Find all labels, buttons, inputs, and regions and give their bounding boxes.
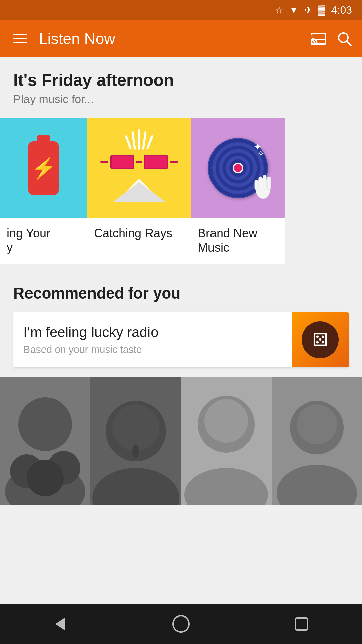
artist-image-1 [0, 377, 90, 505]
svg-point-22 [132, 444, 139, 458]
card-label-3: Brand New Music [191, 218, 285, 264]
svg-marker-31 [55, 617, 65, 631]
playlist-card-1[interactable]: ⚡ ing Youry [0, 118, 87, 264]
svg-rect-8 [259, 177, 262, 190]
home-icon [171, 614, 191, 634]
recommended-section: Recommended for you I'm feeling lucky ra… [0, 284, 362, 505]
card-image-2 [87, 118, 191, 218]
greeting-subheading: Play music for... [13, 93, 349, 106]
svg-rect-10 [267, 177, 271, 190]
status-bar: ☆ ▼ ✈ ▓ 4:03 [0, 0, 362, 20]
card-label-2: Catching Rays [87, 218, 191, 250]
menu-button[interactable] [10, 31, 31, 47]
lightning-icon: ⚡ [31, 156, 56, 180]
artist-card-3[interactable] [181, 377, 272, 505]
card-text-1: ing Youry [7, 226, 50, 254]
svg-rect-11 [255, 180, 258, 190]
cast-button[interactable] [311, 32, 326, 45]
artist-card-1[interactable] [0, 377, 90, 505]
artist-image-3 [181, 377, 272, 505]
playlist-row: ⚡ ing Youry [0, 118, 362, 264]
svg-point-21 [112, 404, 159, 451]
vinyl-container: ✦ ✧ [208, 138, 268, 198]
recents-button[interactable] [292, 614, 312, 634]
search-button[interactable] [337, 31, 352, 46]
vinyl-center [234, 164, 242, 172]
lucky-radio-card[interactable]: I'm feeling lucky radio Based on your mu… [13, 312, 349, 367]
svg-point-13 [18, 397, 72, 451]
status-icons: ☆ ▼ ✈ ▓ 4:03 [275, 4, 352, 16]
back-button[interactable] [50, 614, 70, 634]
status-time: 4:03 [331, 4, 352, 16]
artist-card-2[interactable] [90, 377, 181, 505]
main-content: It's Friday afternoon Play music for... … [0, 57, 362, 505]
section-heading: It's Friday afternoon Play music for... [0, 70, 362, 106]
playlist-card-2[interactable]: Catching Rays [87, 118, 191, 264]
wifi-icon: ▼ [289, 5, 299, 15]
battery-can: ⚡ [28, 141, 59, 195]
nav-bar [0, 604, 362, 644]
svg-point-1 [311, 42, 313, 45]
svg-rect-9 [263, 175, 266, 189]
artist-image-4 [272, 377, 362, 505]
artist-grid [0, 377, 362, 505]
svg-point-32 [173, 616, 189, 632]
card-label-1: ing Youry [0, 218, 87, 264]
hand-svg [251, 170, 275, 200]
menu-line [13, 42, 27, 43]
card-image-inner-3: ✦ ✧ [191, 118, 285, 218]
sparkle-icon-2: ✧ [257, 148, 265, 159]
cast-icon [311, 32, 326, 45]
home-button[interactable] [171, 614, 191, 634]
svg-point-26 [204, 399, 248, 443]
hand-icon [251, 170, 275, 202]
back-icon [50, 614, 70, 634]
app-bar-actions [311, 31, 352, 46]
card-image-inner-1: ⚡ [0, 118, 87, 218]
card-image-3: ✦ ✧ [191, 118, 285, 218]
menu-line [13, 38, 27, 39]
sunglasses-icon [100, 155, 178, 169]
svg-line-3 [347, 41, 351, 46]
dice-circle: ⚄ [302, 321, 339, 358]
recommended-title: Recommended for you [0, 284, 362, 302]
svg-point-17 [27, 460, 64, 496]
star-icon: ☆ [275, 5, 283, 16]
battery-status-icon: ▓ [318, 5, 325, 15]
origami-icon [112, 175, 166, 206]
artist-image-2 [90, 377, 181, 505]
card-image-1: ⚡ [0, 118, 87, 218]
menu-line [13, 34, 27, 35]
app-bar-title: Listen Now [39, 30, 311, 48]
app-bar: Listen Now [0, 20, 362, 57]
dice-icon: ⚄ [312, 329, 328, 351]
svg-rect-33 [296, 618, 308, 630]
artist-card-4[interactable] [272, 377, 362, 505]
svg-point-30 [297, 404, 337, 444]
recents-icon [292, 614, 312, 634]
lucky-radio-icon-area: ⚄ [292, 312, 349, 367]
lucky-radio-subtitle: Based on your music taste [23, 344, 282, 355]
card-image-inner-2 [87, 118, 191, 218]
playlist-card-3[interactable]: ✦ ✧ [191, 118, 285, 264]
airplane-icon: ✈ [304, 5, 312, 16]
search-icon [337, 31, 352, 46]
lucky-radio-title: I'm feeling lucky radio [23, 324, 282, 340]
greeting-heading: It's Friday afternoon [13, 70, 349, 90]
lucky-radio-text: I'm feeling lucky radio Based on your mu… [13, 312, 292, 367]
